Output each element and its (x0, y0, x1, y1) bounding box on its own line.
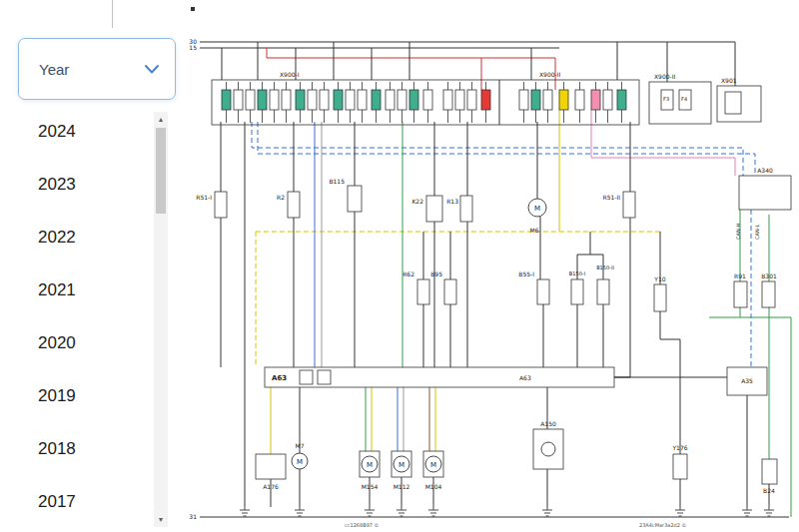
diagram-label: B24 (763, 487, 775, 494)
diagram-label: B55-I (518, 270, 534, 277)
component-box (417, 279, 429, 304)
connector-pin (409, 90, 418, 110)
year-option-2021[interactable]: 2021 (0, 264, 154, 316)
component-box (256, 454, 286, 479)
diagram-label: Y176 (671, 444, 687, 451)
diagram-label: A150 (540, 420, 556, 427)
component-box (265, 367, 614, 387)
connector-pin (334, 90, 343, 110)
component-box (654, 284, 666, 311)
connector-pin (531, 90, 540, 110)
year-option-2020[interactable]: 2020 (0, 316, 154, 369)
year-option-2017[interactable]: 2017 (0, 475, 154, 528)
component-box (460, 196, 472, 222)
connector-pin (519, 90, 528, 110)
diagram-label: R51-II (602, 194, 620, 201)
connector-pin (234, 90, 243, 110)
connector-pin (346, 90, 355, 110)
connector-pin (481, 90, 490, 110)
year-option-2022[interactable]: 2022 (0, 211, 154, 264)
component-box (191, 7, 195, 11)
connector-pin (543, 90, 552, 110)
diagram-label: M112 (394, 483, 410, 490)
diagram-label: M154 (362, 483, 379, 490)
wire (660, 311, 680, 454)
diagram-label: F4 (681, 96, 687, 102)
diagram-label: M6 (530, 227, 539, 234)
component-box (215, 192, 227, 218)
diagram-label: R51-I (196, 194, 212, 201)
connector-pin (467, 90, 476, 110)
diagram-label: R62 (402, 270, 414, 277)
motor-letter: M (297, 458, 303, 466)
connector-pin (591, 90, 600, 110)
diagram-label: B150-II (596, 265, 614, 270)
component-box (597, 279, 609, 304)
diagram-label: R91 (734, 272, 746, 279)
component-box (734, 281, 747, 307)
component-box (623, 192, 635, 218)
wire (267, 48, 555, 90)
year-option-2024[interactable]: 2024 (0, 105, 154, 158)
connector-pin (575, 90, 584, 110)
component-box (348, 186, 362, 212)
motor-letter: M (534, 205, 540, 213)
chevron-down-icon (145, 65, 159, 74)
diagram-label: A35 (741, 377, 753, 384)
diagram-label: B95 (430, 270, 442, 277)
diagram-label: R13 (446, 198, 458, 205)
component-box (649, 82, 711, 124)
connector-pin (222, 90, 231, 110)
component-box (444, 279, 456, 304)
scrollbar-thumb[interactable] (156, 128, 166, 214)
scrollbar-up-button[interactable]: ▲ (154, 112, 168, 127)
component-box (318, 370, 331, 384)
wire (252, 122, 743, 176)
motor-letter: M (430, 461, 436, 469)
diagram-label: B150-I (569, 270, 585, 276)
diagram-label: A176 (263, 483, 279, 490)
diagram-label: cc1268B97 © (345, 522, 380, 528)
year-filter-panel: Year 20242023202220212020201920182017 ▲ … (0, 0, 185, 532)
year-dropdown[interactable]: Year (18, 38, 176, 100)
component-box (725, 92, 741, 114)
diagram-label: B301 (761, 272, 777, 279)
motor-circle (541, 442, 555, 456)
connector-pin (423, 90, 432, 110)
diagram-label: X900-I (280, 71, 300, 78)
wire (591, 110, 735, 176)
year-option-2023[interactable]: 2023 (0, 158, 154, 211)
year-dropdown-label: Year (39, 61, 69, 78)
diagram-label: A63 (272, 374, 287, 382)
connector-pin (617, 90, 626, 110)
diagram-label: M7 (296, 442, 305, 449)
component-box (762, 281, 775, 307)
component-box (762, 459, 777, 484)
connector-pin (358, 90, 367, 110)
diagram-label: R2 (277, 194, 285, 201)
diagram-label: 23A4cMar3a2d2 © (639, 522, 687, 528)
year-option-2019[interactable]: 2019 (0, 369, 154, 422)
component-box (571, 279, 583, 304)
top-divider (112, 0, 113, 28)
diagram-label: K22 (411, 198, 423, 205)
connector-pin (386, 90, 395, 110)
wire (258, 122, 755, 176)
year-list: 20242023202220212020201920182017 (0, 105, 154, 532)
wire (614, 218, 630, 377)
year-list-scrollbar[interactable]: ▲ ▼ (154, 112, 168, 527)
connector-pin (320, 90, 329, 110)
component-box (537, 279, 549, 304)
diagram-label: X900-II (654, 73, 675, 80)
diagram-label: CAN-L (754, 225, 760, 240)
year-option-2018[interactable]: 2018 (0, 422, 154, 475)
diagram-label: 31 (189, 513, 197, 520)
diagram-label: X901 (721, 77, 737, 84)
diagram-label: Y10 (653, 275, 665, 282)
connector-pin (559, 90, 568, 110)
diagram-label: 15 (189, 44, 197, 51)
connector-pin (455, 90, 464, 110)
component-box (288, 192, 300, 218)
connector-pin (296, 90, 305, 110)
scrollbar-down-button[interactable]: ▼ (154, 512, 168, 527)
